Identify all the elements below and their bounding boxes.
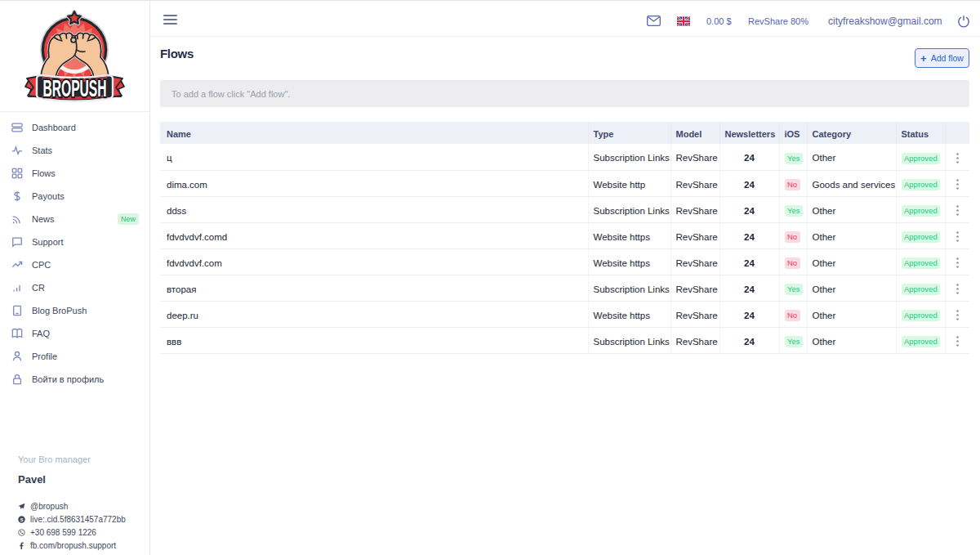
svg-text:S: S (20, 517, 24, 521)
svg-text:BROPUSH: BROPUSH (43, 74, 107, 101)
